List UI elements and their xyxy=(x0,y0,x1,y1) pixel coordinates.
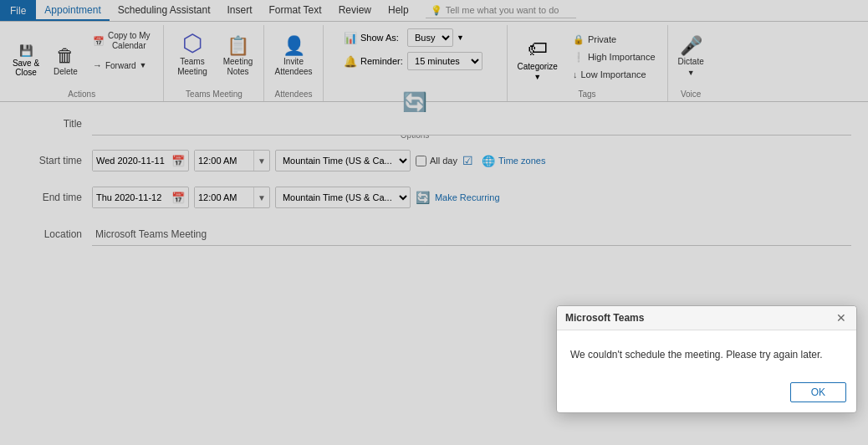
dialog-body: We couldn't schedule the meeting. Please… xyxy=(557,330,856,376)
dialog-close-button[interactable]: ✕ xyxy=(835,311,848,325)
dialog-footer: OK xyxy=(557,376,856,412)
dialog-title: Microsoft Teams xyxy=(565,312,644,324)
dialog-ok-button[interactable]: OK xyxy=(790,382,846,402)
teams-error-dialog: Microsoft Teams ✕ We couldn't schedule t… xyxy=(556,305,857,413)
dialog-overlay: Microsoft Teams ✕ We couldn't schedule t… xyxy=(0,0,868,445)
close-icon: ✕ xyxy=(836,311,846,325)
dialog-message: We couldn't schedule the meeting. Please… xyxy=(570,349,823,361)
dialog-titlebar: Microsoft Teams ✕ xyxy=(557,306,856,330)
